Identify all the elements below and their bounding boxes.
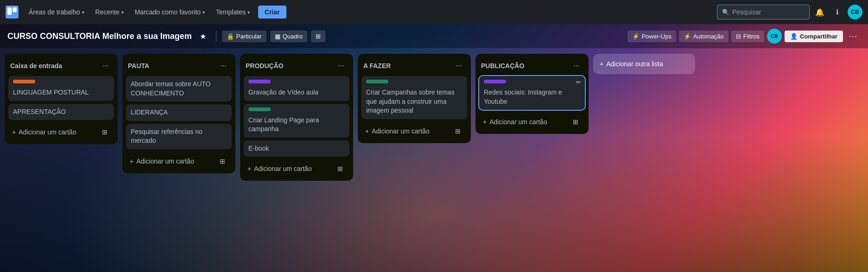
add-card-template-icon-caixa[interactable]: ⊞ (99, 127, 110, 138)
areas-chevron-icon: ▾ (82, 10, 84, 15)
add-card-template-icon-producao[interactable]: ⊞ (335, 163, 346, 174)
svg-rect-1 (7, 7, 12, 15)
list-header-pauta: PAUTA··· (126, 57, 232, 76)
templates-button[interactable]: Templates ▾ (211, 6, 254, 19)
card-c6[interactable]: Gravação de Vídeo aula (244, 76, 349, 101)
card-text-c3: Abordar temas sobre AUTO CONHECIMENTO (131, 80, 227, 98)
card-text-c10: Redes sociais: Instagram e Youtube (484, 88, 580, 106)
add-card-label-afazer: Adicionar um cartão (372, 127, 430, 135)
add-list-label: Adicionar outra lista (606, 60, 663, 68)
list-menu-producao[interactable]: ··· (335, 59, 348, 72)
card-text-c6: Gravação de Vídeo aula (248, 88, 345, 97)
trello-logo[interactable] (6, 6, 19, 19)
card-c7[interactable]: Criar Landing Page para campanha (244, 104, 349, 138)
header-right: ⚡ Power-Ups ⚡ Automação ⊟ Filtros CB 👤 C… (627, 29, 861, 44)
recente-chevron-icon: ▾ (121, 10, 124, 15)
list-menu-publicacao[interactable]: ··· (570, 59, 583, 72)
recente-button[interactable]: Recente ▾ (91, 6, 128, 19)
card-label-c9 (366, 80, 388, 83)
add-card-btn-pauta[interactable]: +Adicionar um cartão⊞ (126, 153, 232, 170)
card-c2[interactable]: APRESENTAÇÃO (8, 104, 114, 120)
power-ups-button[interactable]: ⚡ Power-Ups (627, 31, 676, 42)
areas-trabalho-button[interactable]: Áreas de trabalho ▾ (24, 6, 89, 19)
marcado-button[interactable]: Marcado como favorito ▾ (130, 6, 209, 19)
list-caixa: Caixa de entrada···LINGUAGEM POSTURALAPR… (5, 54, 118, 144)
search-icon: 🔍 (722, 9, 729, 16)
add-card-btn-caixa[interactable]: +Adicionar um cartão⊞ (8, 124, 114, 140)
card-c4[interactable]: LIDERANÇA (126, 104, 232, 121)
add-card-plus-icon-caixa: + (12, 128, 16, 136)
add-list-button[interactable]: +Adicionar outra lista (593, 54, 695, 74)
board-user-avatar[interactable]: CB (767, 29, 782, 44)
card-text-c4: LIDERANÇA (131, 108, 227, 117)
info-button[interactable]: ℹ (830, 5, 845, 19)
add-card-btn-producao[interactable]: +Adicionar um cartão⊞ (244, 160, 349, 177)
bell-icon: 🔔 (815, 8, 824, 17)
list-title-pauta: PAUTA (128, 62, 217, 70)
list-publicacao: PUBLICAÇÃO···Redes sociais: Instagram e … (475, 54, 589, 134)
list-header-afazer: A FAZER··· (361, 57, 467, 76)
board-view-icon: ▦ (275, 33, 280, 40)
add-card-plus-icon-afazer: + (365, 127, 369, 135)
customize-button[interactable]: ⊞ (311, 31, 325, 42)
view-button[interactable]: ▦ Quadro (270, 31, 307, 42)
list-title-producao: PRODUÇÃO (246, 62, 335, 70)
card-c9[interactable]: Criar Campanhas sobre temas que ajudam a… (361, 76, 467, 119)
card-text-c5: Pesquisar referências no mercado (131, 127, 227, 145)
card-c8[interactable]: E-book (244, 140, 349, 157)
card-c1[interactable]: LINGUAGEM POSTURAL (8, 76, 114, 101)
trello-logo-icon (6, 6, 19, 19)
search-box[interactable]: 🔍 Pesquisar (717, 5, 810, 19)
marcado-chevron-icon: ▾ (203, 10, 205, 15)
lock-icon: 🔒 (227, 33, 234, 40)
add-card-template-icon-pauta[interactable]: ⊞ (217, 156, 228, 167)
board-header: CURSO CONSULTORIA Melhore a sua Imagem ★… (0, 24, 868, 48)
list-pauta: PAUTA···Abordar temas sobre AUTO CONHECI… (122, 54, 235, 173)
add-card-label-pauta: Adicionar um cartão (136, 158, 194, 165)
share-button[interactable]: 👤 Compartilhar (785, 31, 843, 42)
list-menu-pauta[interactable]: ··· (217, 59, 230, 72)
star-button[interactable]: ★ (196, 29, 210, 44)
list-menu-afazer[interactable]: ··· (452, 59, 465, 72)
card-label-c6 (248, 80, 271, 83)
criar-button[interactable]: Criar (258, 6, 286, 19)
power-ups-icon: ⚡ (632, 33, 640, 40)
list-title-afazer: A FAZER (363, 62, 452, 70)
customize-icon: ⊞ (316, 33, 321, 40)
card-label-c7 (248, 108, 271, 111)
list-title-publicacao: PUBLICAÇÃO (481, 62, 570, 70)
card-text-c9: Criar Campanhas sobre temas que ajudam a… (366, 88, 463, 115)
card-c10[interactable]: Redes sociais: Instagram e Youtube✏ (479, 76, 585, 110)
board-title[interactable]: CURSO CONSULTORIA Melhore a sua Imagem (7, 32, 192, 41)
add-card-btn-publicacao[interactable]: +Adicionar um cartão⊞ (479, 114, 585, 130)
visibility-button[interactable]: 🔒 Particular (222, 31, 266, 42)
add-card-btn-afazer[interactable]: +Adicionar um cartão⊞ (361, 123, 467, 139)
card-label-c10 (484, 80, 506, 83)
nav-right: 🔍 Pesquisar 🔔 ℹ CB (717, 5, 862, 19)
share-icon: 👤 (790, 33, 798, 40)
card-text-c7: Criar Landing Page para campanha (248, 116, 345, 134)
automation-icon: ⚡ (684, 33, 691, 40)
more-options-button[interactable]: ··· (846, 29, 861, 44)
templates-chevron-icon: ▾ (247, 10, 250, 15)
card-c3[interactable]: Abordar temas sobre AUTO CONHECIMENTO (126, 76, 232, 101)
list-header-caixa: Caixa de entrada··· (8, 57, 114, 76)
add-card-template-icon-publicacao[interactable]: ⊞ (570, 116, 581, 127)
card-text-c8: E-book (248, 144, 345, 153)
user-avatar[interactable]: CB (848, 5, 862, 19)
add-list-plus-icon: + (600, 60, 603, 68)
list-menu-caixa[interactable]: ··· (99, 59, 112, 72)
add-card-plus-icon-publicacao: + (483, 118, 487, 126)
card-text-c1: LINGUAGEM POSTURAL (13, 88, 109, 97)
notifications-button[interactable]: 🔔 (812, 5, 827, 19)
card-label-c1 (13, 80, 35, 83)
filters-button[interactable]: ⊟ Filtros (731, 31, 764, 42)
add-card-plus-icon-pauta: + (130, 158, 133, 165)
automation-button[interactable]: ⚡ Automação (679, 31, 729, 42)
header-separator (216, 31, 216, 42)
list-title-caixa: Caixa de entrada (10, 62, 99, 70)
add-card-template-icon-afazer[interactable]: ⊞ (452, 126, 463, 137)
card-c5[interactable]: Pesquisar referências no mercado (126, 124, 232, 149)
card-edit-icon-c10[interactable]: ✏ (576, 79, 581, 86)
top-navigation: Áreas de trabalho ▾ Recente ▾ Marcado co… (0, 0, 868, 24)
